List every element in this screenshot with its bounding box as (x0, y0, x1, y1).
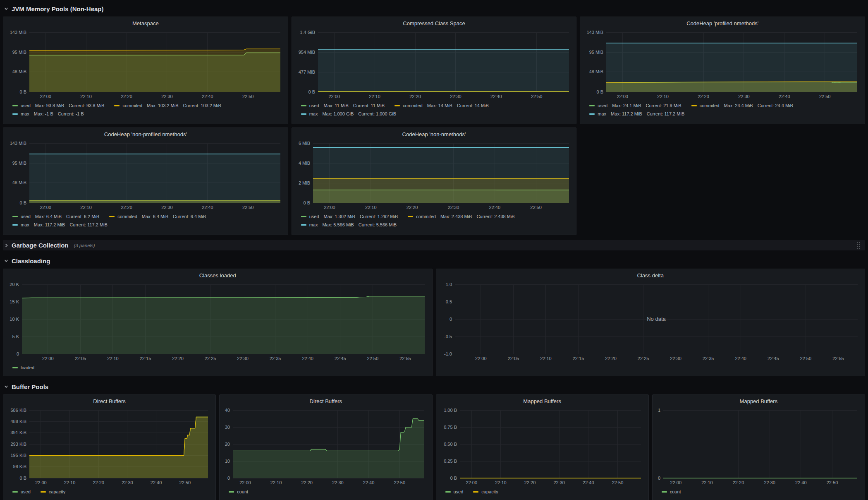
svg-text:22:10: 22:10 (701, 480, 713, 485)
legend-item-commited[interactable]: commitedMax: 14 MiBCurrent: 14 MiB (395, 103, 489, 108)
panel-title-codeheap-non-nmethods[interactable]: CodeHeap 'non-nmethods' (295, 130, 573, 140)
svg-text:143 MiB: 143 MiB (587, 30, 603, 35)
svg-text:22:10: 22:10 (365, 205, 377, 210)
row-drag-handle-icon[interactable] (856, 241, 861, 249)
legend-series-stat: Current: 117.2 MiB (647, 111, 685, 117)
row-header-classloading[interactable]: Classloading (3, 255, 865, 266)
legend-codeheap-non-nmethods: usedMax: 1.302 MiBCurrent: 1.292 MiBcomm… (295, 212, 573, 228)
legend-series-stat: Current: 2.438 MiB (476, 214, 514, 219)
panel-title-codeheap-profiled-nmethods[interactable]: CodeHeap 'profiled nmethods' (583, 19, 861, 29)
legend-series-stat: Current: 5.566 MiB (359, 222, 397, 228)
svg-text:40: 40 (225, 408, 230, 413)
chart-codeheap-profiled-nmethods[interactable]: 0 B48 MiB95 MiB143 MiB22:0022:1022:2022:… (583, 29, 861, 101)
legend-item-capacity[interactable]: capacity (41, 489, 65, 495)
legend-item-commited[interactable]: commitedMax: 2.438 MiBCurrent: 2.438 MiB (408, 214, 514, 219)
legend-item-max[interactable]: maxMax: 117.2 MiBCurrent: 117.2 MiB (12, 222, 108, 228)
svg-text:98 KiB: 98 KiB (13, 464, 26, 469)
panel-title-metaspace[interactable]: Metaspace (7, 19, 285, 29)
legend-series-stat: Current: 21.9 MiB (646, 103, 681, 108)
panel-title-direct-buffers-bytes[interactable]: Direct Buffers (7, 397, 212, 407)
panel-compressed-class-space: Compressed Class Space0 B477 MiB954 MiB1… (292, 17, 577, 124)
svg-text:22:30: 22:30 (161, 94, 173, 99)
panel-title-mapped-buffers-count[interactable]: Mapped Buffers (656, 397, 861, 407)
legend-item-max[interactable]: maxMax: 117.2 MiBCurrent: 117.2 MiB (589, 111, 684, 117)
svg-text:22:10: 22:10 (80, 94, 92, 99)
legend-series-name: used (309, 103, 319, 108)
panel-title-codeheap-non-profiled-nmethods[interactable]: CodeHeap 'non-profiled nmethods' (7, 130, 285, 140)
chart-direct-buffers-bytes[interactable]: 0 B98 KiB195 KiB293 KiB391 KiB488 KiB586… (7, 407, 212, 487)
legend-item-commited[interactable]: commitedMax: 6.4 MiBCurrent: 6.4 MiB (109, 214, 206, 219)
legend-item-count[interactable]: count (662, 489, 681, 495)
panel-title-compressed-class-space[interactable]: Compressed Class Space (295, 19, 573, 29)
chart-classes-loaded[interactable]: 05 K10 K15 K20 K22:0022:0522:1022:1522:2… (7, 281, 429, 363)
svg-text:22:55: 22:55 (399, 356, 411, 361)
panel-title-mapped-buffers-bytes[interactable]: Mapped Buffers (440, 397, 645, 407)
svg-text:22:40: 22:40 (151, 480, 162, 485)
chart-compressed-class-space[interactable]: 0 B477 MiB954 MiB1.4 GiB22:0022:1022:202… (295, 29, 573, 101)
chart-direct-buffers-count[interactable]: 01020304022:0022:1022:2022:3022:4022:50 (223, 407, 428, 487)
legend-item-commited[interactable]: commitedMax: 103.2 MiBCurrent: 103.2 MiB (114, 103, 221, 108)
row-header-garbage-collection[interactable]: Garbage Collection (3 panels) (3, 240, 865, 250)
svg-text:22:10: 22:10 (369, 94, 380, 99)
legend-item-used[interactable]: usedMax: 6.4 MiBCurrent: 6.2 MiB (12, 214, 99, 219)
legend-series-stat: Current: 117.2 MiB (69, 222, 108, 228)
svg-text:22:15: 22:15 (140, 356, 151, 361)
panel-title-direct-buffers-count[interactable]: Direct Buffers (223, 397, 428, 407)
panel-title-classes-loaded[interactable]: Classes loaded (7, 272, 429, 281)
legend-item-used[interactable]: used (445, 489, 464, 495)
legend-series-stat: Max: 1.000 GiB (322, 111, 354, 117)
svg-text:22:00: 22:00 (35, 480, 47, 485)
legend-direct-buffers-bytes: usedcapacity (7, 487, 212, 495)
svg-text:22:50: 22:50 (394, 480, 406, 485)
panel-title-class-delta[interactable]: Class delta (440, 272, 862, 281)
svg-text:30: 30 (225, 425, 230, 430)
legend-item-max[interactable]: maxMax: -1 BCurrent: -1 B (12, 111, 84, 117)
legend-item-used[interactable]: usedMax: 93.8 MiBCurrent: 93.8 MiB (12, 103, 104, 108)
legend-codeheap-non-profiled-nmethods: usedMax: 6.4 MiBCurrent: 6.2 MiBcommited… (7, 212, 285, 228)
svg-text:0.75 B: 0.75 B (444, 425, 457, 430)
legend-item-max[interactable]: maxMax: 1.000 GiBCurrent: 1.000 GiB (301, 111, 396, 117)
chart-metaspace[interactable]: 0 B48 MiB95 MiB143 MiB22:0022:1022:2022:… (7, 29, 285, 101)
section-title-buffer-pools: Buffer Pools (12, 383, 48, 390)
panel-codeheap-profiled-nmethods: CodeHeap 'profiled nmethods'0 B48 MiB95 … (580, 17, 865, 124)
legend-item-capacity[interactable]: capacity (473, 489, 498, 495)
chart-codeheap-non-nmethods[interactable]: 0 B2 MiB4 MiB6 MiB22:0022:1022:2022:3022… (295, 140, 573, 212)
svg-text:22:45: 22:45 (335, 356, 346, 361)
section-title-garbage-collection: Garbage Collection (12, 242, 69, 249)
svg-text:22:20: 22:20 (605, 356, 617, 361)
svg-text:22:20: 22:20 (732, 480, 744, 485)
chevron-down-icon (4, 6, 9, 11)
legend-item-used[interactable]: usedMax: 24.1 MiBCurrent: 21.9 MiB (589, 103, 681, 108)
legend-item-loaded[interactable]: loaded (12, 365, 34, 370)
svg-text:22:40: 22:40 (735, 356, 746, 361)
legend-series-stat: Max: 6.4 MiB (35, 214, 62, 219)
chart-class-delta[interactable]: -1.0-0.500.51.022:0022:0522:1022:1522:20… (440, 281, 862, 363)
legend-series-name: commited (700, 103, 720, 108)
svg-text:22:20: 22:20 (172, 356, 184, 361)
legend-series-color-key (12, 113, 18, 115)
legend-series-name: used (309, 214, 319, 219)
svg-text:22:10: 22:10 (80, 205, 92, 210)
legend-series-color-key (301, 224, 306, 226)
svg-text:22:25: 22:25 (637, 356, 649, 361)
svg-text:22:35: 22:35 (270, 356, 281, 361)
legend-item-max[interactable]: maxMax: 5.566 MiBCurrent: 5.566 MiB (301, 222, 397, 228)
svg-text:22:25: 22:25 (205, 356, 216, 361)
chart-mapped-buffers-count[interactable]: 0122:0022:1022:2022:3022:4022:50 (656, 407, 861, 487)
chart-mapped-buffers-bytes[interactable]: 0 B0.25 B0.50 B0.75 B1.00 B22:0022:1022:… (440, 407, 645, 487)
row-header-buffer-pools[interactable]: Buffer Pools (3, 381, 865, 392)
legend-item-used[interactable]: usedMax: 11 MiBCurrent: 11 MiB (301, 103, 385, 108)
legend-item-commited[interactable]: commitedMax: 24.4 MiBCurrent: 24.4 MiB (691, 103, 793, 108)
legend-series-color-key (408, 216, 413, 217)
legend-item-used[interactable]: usedMax: 1.302 MiBCurrent: 1.292 MiB (301, 214, 398, 219)
legend-item-used[interactable]: used (12, 489, 31, 495)
svg-text:143 MiB: 143 MiB (10, 30, 26, 35)
svg-text:22:05: 22:05 (75, 356, 86, 361)
svg-text:22:00: 22:00 (40, 205, 51, 210)
legend-item-count[interactable]: count (229, 489, 248, 495)
chart-codeheap-non-profiled-nmethods[interactable]: 0 B48 MiB95 MiB143 MiB22:0022:1022:2022:… (7, 140, 285, 212)
svg-text:22:20: 22:20 (409, 94, 421, 99)
svg-text:22:00: 22:00 (42, 356, 54, 361)
row-header-jvm-memory-pools[interactable]: JVM Memory Pools (Non-Heap) (3, 3, 865, 14)
svg-text:0 B: 0 B (19, 200, 26, 205)
